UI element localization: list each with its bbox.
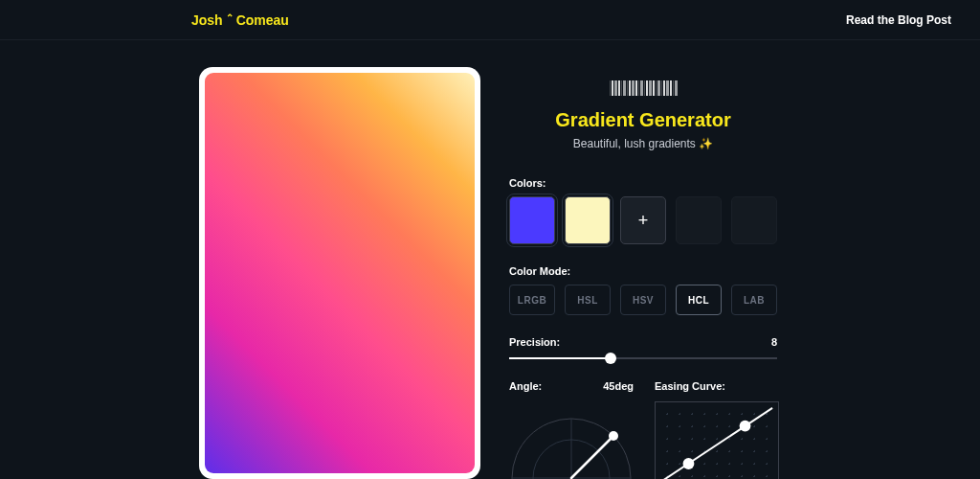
barcode-icon [509,80,777,96]
title-block: Gradient Generator Beautiful, lush gradi… [509,80,777,150]
add-color-button[interactable]: + [620,196,666,244]
logo-glyph-icon: ⌃ [226,12,234,23]
svg-line-4 [571,436,613,478]
color-mode-label: Color Mode: [509,265,777,277]
color-mode-row: LRGB HSL HSV HCL LAB [509,285,777,315]
precision-slider-thumb[interactable] [605,353,616,364]
gradient-preview [205,73,475,473]
logo-last: Comeau [236,12,289,28]
svg-point-7 [740,421,751,432]
gradient-preview-card [199,67,480,479]
main: Gradient Generator Beautiful, lush gradi… [0,40,980,479]
precision-label-row: Precision: 8 [509,336,777,348]
color-swatch-2[interactable] [565,196,611,244]
precision-slider-fill [509,357,611,359]
angle-section: Angle: 45deg [509,380,634,479]
easing-section: Easing Curve: [655,380,779,479]
easing-curve-line [656,402,778,479]
svg-point-8 [683,458,695,469]
angle-value: 45deg [603,380,634,392]
angle-picker[interactable] [509,401,634,479]
easing-label-row: Easing Curve: [655,380,779,392]
app-subtitle: Beautiful, lush gradients ✨ [509,137,777,150]
color-swatch-empty-1[interactable] [676,196,722,244]
color-swatch-empty-2[interactable] [731,196,777,244]
color-swatch-1[interactable] [509,196,555,244]
controls-panel: Gradient Generator Beautiful, lush gradi… [509,67,806,479]
easing-curve-editor[interactable] [655,401,779,479]
easing-label: Easing Curve: [655,380,725,392]
mode-hsl-button[interactable]: HSL [565,285,611,315]
mode-lab-button[interactable]: LAB [731,285,777,315]
mode-lrgb-button[interactable]: LRGB [509,285,555,315]
colors-label: Colors: [509,177,777,189]
color-swatches: + [509,196,777,244]
mode-hsv-button[interactable]: HSV [620,285,666,315]
blog-post-link[interactable]: Read the Blog Post [846,13,951,27]
precision-section: Precision: 8 [509,336,777,359]
app-title: Gradient Generator [509,109,777,131]
precision-slider[interactable] [509,357,777,359]
angle-label: Angle: [509,380,542,392]
precision-label: Precision: [509,336,560,348]
mode-hcl-button[interactable]: HCL [676,285,722,315]
header: Josh ⌃ Comeau Read the Blog Post [0,0,980,40]
bottom-row: Angle: 45deg Easing Curve: [509,380,777,479]
logo-first: Josh [191,12,223,28]
site-logo[interactable]: Josh ⌃ Comeau [191,12,289,28]
svg-line-6 [661,408,772,479]
angle-label-row: Angle: 45deg [509,380,634,392]
plus-icon: + [638,211,649,231]
precision-value: 8 [771,336,777,348]
svg-point-5 [609,431,618,441]
